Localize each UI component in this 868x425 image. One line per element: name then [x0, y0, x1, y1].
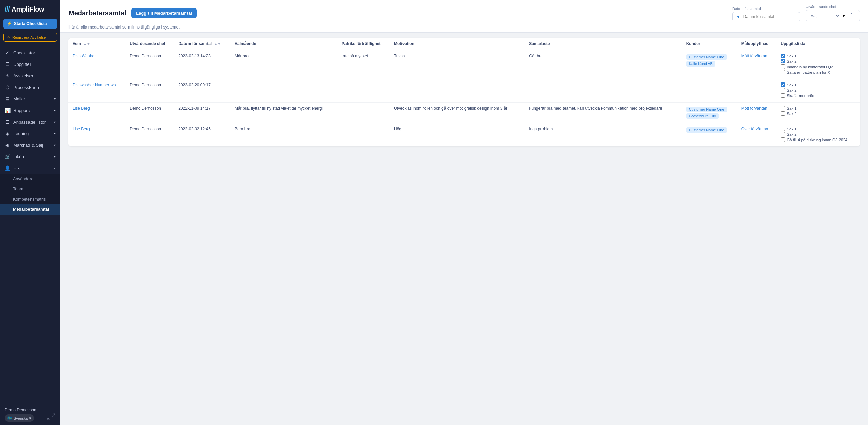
- sidebar-item-anvandare[interactable]: Användare: [0, 174, 60, 184]
- chevron-down-icon: ▾: [54, 109, 56, 112]
- col-vem: Vem ▲▼: [68, 38, 125, 50]
- cell-kunder: Customer Name OneKalle Kund AB: [682, 50, 737, 79]
- cell-uppgiftslista: Sak 1Sak 2Inhandla ny kontorstol i Q2Sät…: [776, 50, 860, 79]
- sort-icon[interactable]: ▲▼: [214, 42, 221, 46]
- task-checkbox[interactable]: [781, 54, 785, 58]
- sidebar-nav: ✓ Checklistor ☰ Uppgifter ⚠ Avvikelser ⬡…: [0, 47, 60, 404]
- cell-samarbete: [525, 79, 682, 103]
- cell-vem: Dishwasher Numbertwo: [68, 79, 125, 103]
- vem-link[interactable]: Lise Berg: [73, 106, 90, 111]
- task-checkbox[interactable]: [781, 137, 785, 142]
- sidebar-item-anpassade[interactable]: ☰ Anpassade listor ▾: [0, 116, 60, 128]
- task-checkbox[interactable]: [781, 88, 785, 92]
- table-row: Lise BergDemo Demosson2022-02-02 12:45Ba…: [68, 123, 860, 147]
- task-checkbox[interactable]: [781, 127, 785, 131]
- chevron-down-icon: ▾: [54, 120, 56, 124]
- ledning-icon: ◈: [5, 131, 10, 136]
- col-valmående: Välmående: [231, 38, 338, 50]
- sidebar-item-avvikelser[interactable]: ⚠ Avvikelser: [0, 70, 60, 81]
- logout-icon[interactable]: ↗: [52, 412, 56, 418]
- page-subtitle: Här är alla medarbetarsamtal som finns t…: [68, 25, 860, 30]
- chef-filter-select[interactable]: Välj: [809, 13, 840, 18]
- list-item: Gå till 4 på diskning innan Q3 2024: [781, 137, 856, 142]
- task-label: Sak 1: [787, 127, 796, 131]
- language-selector[interactable]: 🇸🇪 Svenska ▾: [5, 414, 34, 422]
- start-checklista-button[interactable]: ⚡ Starta Checklista: [3, 19, 57, 29]
- cell-datum: 2023-02-20 09:17: [174, 79, 231, 103]
- cell-kunder: [682, 79, 737, 103]
- sort-icon[interactable]: ▲▼: [83, 42, 90, 46]
- cell-valmående: Mår bra: [231, 50, 338, 79]
- table-container: Vem ▲▼ Utvärderande chef Datum för samta…: [60, 33, 868, 425]
- cell-kunder: Customer Name One: [682, 123, 737, 147]
- list-item: Sätta en bättre plan for X: [781, 70, 856, 74]
- vem-link[interactable]: Lise Berg: [73, 127, 90, 131]
- cell-uppgiftslista: Sak 1Sak 2: [776, 103, 860, 123]
- sidebar-item-hr[interactable]: 👤 HR ▴: [0, 162, 60, 174]
- cell-datum: 2022-02-02 12:45: [174, 123, 231, 147]
- task-checkbox[interactable]: [781, 82, 785, 87]
- main-content: Medarbetarsamtal Lägg till Medarbetarsam…: [60, 0, 868, 425]
- task-checkbox[interactable]: [781, 132, 785, 136]
- customer-badge: Customer Name One: [686, 127, 727, 133]
- maluppfyllnad-value: Mött förväntan: [741, 106, 767, 111]
- check-icon: ✓: [5, 50, 10, 55]
- cell-patrik: Inte så mycket: [338, 50, 390, 79]
- page-title: Medarbetarsamtal: [68, 9, 126, 17]
- task-label: Sätta en bättre plan for X: [787, 70, 830, 74]
- sidebar-item-kompetensmatris[interactable]: Kompetensmatris: [0, 194, 60, 204]
- sidebar-item-mallar[interactable]: ▤ Mallar ▾: [0, 93, 60, 105]
- cell-valmående: [231, 79, 338, 103]
- cell-datum: 2022-11-09 14:17: [174, 103, 231, 123]
- cell-maluppfyllnad: Över förväntan: [737, 123, 776, 147]
- collapse-sidebar-icon[interactable]: «: [47, 415, 50, 421]
- col-datum: Datum för samtal ▲▼: [174, 38, 231, 50]
- chef-filter-select-wrap: Välj ▾ ⋮: [806, 10, 860, 21]
- cell-maluppfyllnad: Mött förväntan: [737, 50, 776, 79]
- sidebar-item-uppgifter[interactable]: ☰ Uppgifter: [0, 58, 60, 70]
- sidebar-item-processkarta[interactable]: ⬡ Processkarta: [0, 81, 60, 93]
- vem-link[interactable]: Dishwasher Numbertwo: [73, 82, 116, 87]
- registrera-avvikelse-button[interactable]: ⚠ Registrera Avvikelse: [3, 33, 57, 42]
- add-medarbetarsamtal-button[interactable]: Lägg till Medarbetarsamtal: [131, 8, 197, 18]
- date-filter-input[interactable]: [743, 14, 796, 19]
- sidebar-item-ledning[interactable]: ◈ Ledning ▾: [0, 128, 60, 139]
- task-checkbox[interactable]: [781, 59, 785, 63]
- title-area: Medarbetarsamtal Lägg till Medarbetarsam…: [68, 8, 197, 18]
- task-checkbox[interactable]: [781, 111, 785, 116]
- task-checkbox[interactable]: [781, 64, 785, 69]
- list-item: Sak 1: [781, 82, 856, 87]
- cell-uppgiftslista: Sak 1Sak 2Gå till 4 på diskning innan Q3…: [776, 123, 860, 147]
- cell-chef: Demo Demosson: [125, 123, 174, 147]
- cell-motivation: Hög: [390, 123, 525, 147]
- list-item: Sak 2: [781, 59, 856, 63]
- table-header: Vem ▲▼ Utvärderande chef Datum för samta…: [68, 38, 860, 50]
- task-checkbox[interactable]: [781, 70, 785, 74]
- sidebar-item-checklistor[interactable]: ✓ Checklistor: [0, 47, 60, 58]
- custom-list-icon: ☰: [5, 119, 10, 125]
- sidebar-item-inkop[interactable]: 🛒 Inköp ▾: [0, 151, 60, 162]
- bolt-icon: ⚡: [7, 21, 12, 26]
- sidebar-item-marknad[interactable]: ◉ Marknad & Sälj ▾: [0, 139, 60, 151]
- sidebar-logo: /// AmpliFlow: [0, 0, 60, 17]
- col-maluppfyllnad: Måluppfyllnad: [737, 38, 776, 50]
- more-options-icon[interactable]: ⋮: [847, 12, 856, 19]
- task-checkbox[interactable]: [781, 106, 785, 110]
- warning-nav-icon: ⚠: [5, 73, 10, 78]
- col-samarbete: Samarbete: [525, 38, 682, 50]
- medarbetarsamtal-table: Vem ▲▼ Utvärderande chef Datum för samta…: [68, 38, 860, 146]
- vem-link[interactable]: Dish Washer: [73, 54, 96, 58]
- cell-motivation: Utvecklas inom rollen och gå över mot gr…: [390, 103, 525, 123]
- sidebar-username: Demo Demosson: [5, 408, 50, 412]
- cell-patrik: [338, 103, 390, 123]
- table-body: Dish WasherDemo Demosson2023-02-13 14:23…: [68, 50, 860, 146]
- cell-chef: Demo Demosson: [125, 50, 174, 79]
- task-checkbox[interactable]: [781, 93, 785, 98]
- cell-motivation: [390, 79, 525, 103]
- chevron-down-icon: ▾: [54, 97, 56, 101]
- sidebar-item-medarbetarsamtal[interactable]: Medarbetarsamtal: [0, 204, 60, 215]
- sidebar-item-rapporter[interactable]: 📊 Rapporter ▾: [0, 105, 60, 116]
- warning-icon: ⚠: [7, 35, 11, 39]
- customer-badge: Customer Name One: [686, 107, 727, 112]
- sidebar-item-team[interactable]: Team: [0, 184, 60, 194]
